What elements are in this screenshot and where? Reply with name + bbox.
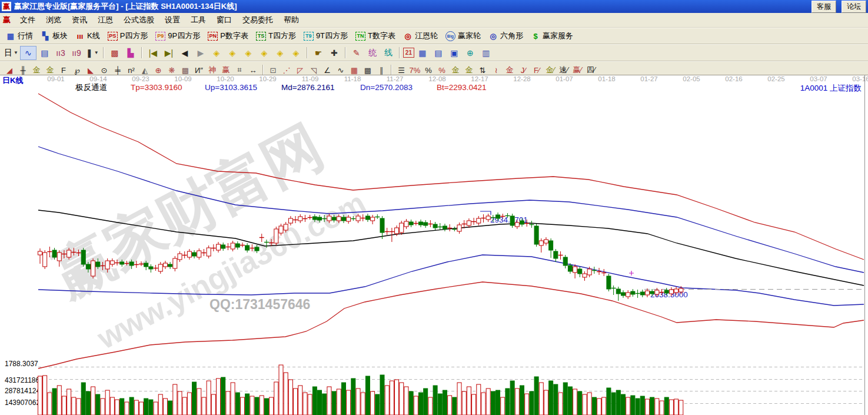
- first-page-icon[interactable]: |◀: [145, 47, 161, 59]
- menu-trade-order[interactable]: 交易委托: [237, 14, 278, 26]
- candle-body: [221, 245, 225, 248]
- candle-body: [149, 267, 153, 269]
- lines-tool-icon[interactable]: 线: [381, 47, 396, 59]
- menu-gann[interactable]: 江恩: [92, 14, 118, 26]
- candle-style-dropdown[interactable]: ❚▼: [85, 47, 100, 59]
- network-icon[interactable]: ⊕: [463, 47, 478, 59]
- date-axis-label: 10-09: [174, 75, 191, 82]
- volume-bar: [240, 397, 244, 415]
- candle-body: [144, 263, 148, 267]
- volume-bar: [134, 400, 138, 415]
- period-day-dropdown[interactable]: 日▼: [3, 47, 19, 59]
- volume-bar: [453, 397, 457, 415]
- stats-tool-icon[interactable]: 统: [365, 47, 380, 59]
- volume-bar: [77, 399, 81, 415]
- candle-body: [563, 257, 567, 265]
- volume-tick-label: 287814124: [5, 387, 40, 395]
- volume-bar: [544, 390, 548, 415]
- wave-pattern-icon[interactable]: ∿: [20, 46, 36, 60]
- winner-service-button[interactable]: $赢家服务: [528, 29, 576, 42]
- calculator-icon[interactable]: ▦: [415, 47, 430, 59]
- volume-bar: [341, 383, 345, 415]
- menu-file[interactable]: 文件: [15, 14, 41, 26]
- calendar-icon[interactable]: 21: [403, 48, 414, 58]
- menu-tools[interactable]: 工具: [185, 14, 211, 26]
- next-bar-icon[interactable]: ▶: [193, 47, 208, 59]
- trendline-tool-icon[interactable]: ✎: [349, 47, 364, 59]
- 9p-square-button[interactable]: P99P四方形: [152, 29, 203, 42]
- quotes-button[interactable]: ▦行情: [3, 29, 36, 42]
- winner-wheel-button[interactable]: Big赢家轮: [443, 29, 484, 42]
- sectors-button[interactable]: ▚板块: [38, 29, 71, 42]
- hexagon-button[interactable]: ◎六角形: [485, 29, 526, 42]
- p-square-button[interactable]: PSP四方形: [105, 29, 151, 42]
- menu-help[interactable]: 帮助: [278, 14, 304, 26]
- info-panel-icon[interactable]: ▤: [37, 47, 52, 59]
- candle-body: [587, 269, 591, 275]
- t-digit-table-button[interactable]: TNT数字表: [352, 29, 398, 42]
- chart-area[interactable]: 赢家财富网www.yingjia360.comQQ:17314576461788…: [0, 75, 868, 415]
- menu-window[interactable]: 窗口: [211, 14, 237, 26]
- gann-wheel-button[interactable]: ◎江恩轮: [400, 29, 441, 42]
- volume-bar: [129, 397, 134, 415]
- volume-bar: [264, 399, 268, 415]
- candle-body: [298, 217, 302, 221]
- candle-body: [110, 261, 114, 264]
- volume-bar: [284, 373, 288, 415]
- 9t-square-button[interactable]: T99T四方形: [301, 29, 351, 42]
- volume-bar: [52, 389, 56, 415]
- date-axis-label: 02-05: [683, 75, 700, 82]
- volume-bar: [457, 383, 461, 415]
- volume-bar: [120, 399, 124, 415]
- menu-news[interactable]: 资讯: [66, 14, 92, 26]
- chart-9-icon[interactable]: ıı9: [69, 47, 84, 59]
- forum-button[interactable]: 论坛: [842, 1, 866, 13]
- volume-profile-icon[interactable]: ▙: [123, 47, 138, 59]
- volume-bar: [322, 394, 327, 415]
- zoom-left-diamond-icon[interactable]: ◈: [209, 47, 224, 59]
- volume-bar: [664, 397, 669, 415]
- save-icon[interactable]: ▣: [447, 47, 462, 59]
- volume-bar: [669, 400, 673, 415]
- restore-diamond-icon[interactable]: ◈: [288, 47, 304, 59]
- volume-bar: [67, 389, 71, 415]
- kline-button[interactable]: ıııK线: [72, 29, 103, 42]
- pan-diamond-icon[interactable]: ◈: [241, 47, 256, 59]
- volume-bar: [371, 391, 375, 415]
- chart-3-icon[interactable]: ıı3: [53, 47, 68, 59]
- menu-formula-stockpick[interactable]: 公式选股: [118, 14, 159, 26]
- menu-settings[interactable]: 设置: [159, 14, 185, 26]
- volume-bar: [438, 394, 442, 415]
- last-page-icon[interactable]: ▶|: [161, 47, 177, 59]
- crosshair-tool-icon[interactable]: ✚: [327, 47, 342, 59]
- volume-bar: [62, 396, 66, 415]
- hand-tool-icon[interactable]: ☛: [311, 47, 326, 59]
- app-icon-small: 赢: [3, 15, 11, 25]
- winner-wheel-button-icon: Big: [445, 31, 455, 41]
- quotes-button-label: 行情: [18, 31, 33, 41]
- volume-bar: [549, 381, 553, 415]
- volume-bar: [414, 396, 418, 415]
- volume-bar: [573, 389, 577, 415]
- t-square-button[interactable]: TST四方形: [253, 29, 299, 42]
- notes-icon[interactable]: ▤: [431, 47, 446, 59]
- winner-service-button-label: 赢家服务: [543, 31, 573, 41]
- menu-browse[interactable]: 浏览: [41, 14, 66, 26]
- candle-body: [645, 291, 649, 295]
- prev-bar-icon[interactable]: ◀: [177, 47, 192, 59]
- candle-body: [395, 228, 399, 234]
- expand-diamond-icon[interactable]: ◈: [272, 47, 288, 59]
- volume-bar: [154, 402, 158, 415]
- zoom-right-diamond-icon[interactable]: ◈: [225, 47, 240, 59]
- p-digit-table-button[interactable]: PNP数字表: [205, 29, 251, 42]
- candle-body: [312, 217, 317, 220]
- volume-bar: [86, 391, 90, 415]
- chip-distribution-icon[interactable]: ▩: [107, 47, 122, 59]
- 9p-square-button-label: 9P四方形: [168, 31, 200, 41]
- toolbar-separator: [141, 47, 142, 58]
- remote-pc-icon[interactable]: ▥: [478, 47, 494, 59]
- customer-service-button[interactable]: 客服: [812, 1, 836, 13]
- volume-bar: [597, 399, 601, 415]
- date-axis-label: 09-23: [132, 75, 149, 82]
- compress-diamond-icon[interactable]: ◈: [257, 47, 272, 59]
